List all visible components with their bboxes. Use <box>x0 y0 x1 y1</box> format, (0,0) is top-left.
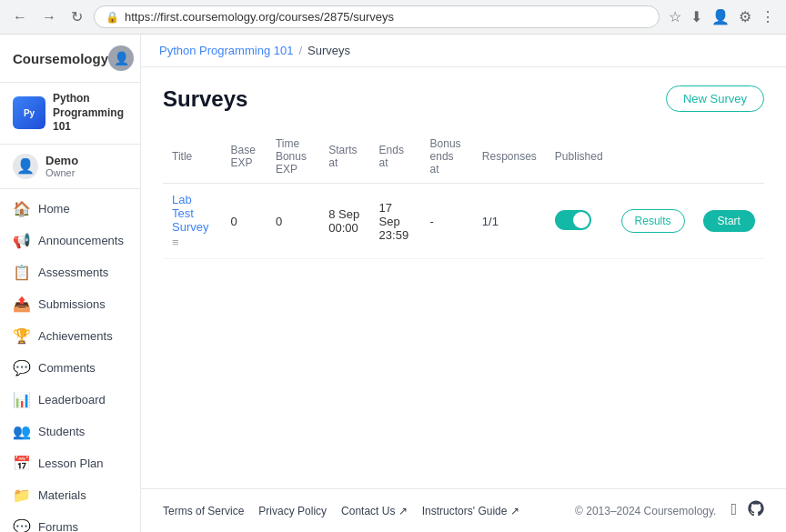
table-body: Lab Test Survey ≡ 0 0 8 Sep 00:00 17 Sep… <box>163 184 764 259</box>
sidebar-item-comments[interactable]: 💬 Comments <box>0 352 140 384</box>
cell-responses: 1/1 <box>473 184 546 259</box>
nav-icon: 📁 <box>13 487 29 504</box>
app-layout: Coursemology 👤 Py Python Programming 101… <box>0 35 786 532</box>
sidebar-item-forums[interactable]: 💬 Forums <box>0 511 140 532</box>
nav-icon: 📤 <box>13 296 29 313</box>
col-time-bonus: Time Bonus EXP <box>267 130 319 184</box>
course-icon-text: Py <box>24 108 35 118</box>
user-icon: 👤 <box>13 154 38 179</box>
privacy-link[interactable]: Privacy Policy <box>258 505 327 517</box>
footer-social:  <box>731 500 764 521</box>
cell-title: Lab Test Survey ≡ <box>163 184 221 259</box>
nav-label: Materials <box>38 488 86 502</box>
menu-btn[interactable]: ⋮ <box>759 6 777 27</box>
nav-label: Home <box>38 202 70 216</box>
cell-bonus-ends: - <box>421 184 473 259</box>
nav-icon: 🏠 <box>13 200 29 217</box>
page-title: Surveys <box>163 86 247 112</box>
footer-links: Terms of Service Privacy Policy Contact … <box>163 505 519 517</box>
table-head: Title Base EXP Time Bonus EXP Starts at … <box>163 130 764 184</box>
sidebar-item-leaderboard[interactable]: 📊 Leaderboard <box>0 384 140 416</box>
col-bonus-ends: Bonus ends at <box>421 130 473 184</box>
surveys-table: Title Base EXP Time Bonus EXP Starts at … <box>163 130 764 259</box>
col-base-exp: Base EXP <box>221 130 266 184</box>
survey-link[interactable]: Lab Test Survey <box>172 193 208 234</box>
sidebar-nav: 🏠 Home 📢 Announcements 📋 Assessments 📤 S… <box>0 189 140 532</box>
github-icon[interactable] <box>748 500 764 521</box>
nav-icon: 📅 <box>13 455 29 472</box>
sidebar-item-students[interactable]: 👥 Students <box>0 416 140 447</box>
course-icon: Py <box>13 96 45 129</box>
nav-icon: 💬 <box>13 518 29 532</box>
sidebar: Coursemology 👤 Py Python Programming 101… <box>0 35 141 532</box>
sidebar-item-submissions[interactable]: 📤 Submissions <box>0 288 140 320</box>
user-avatar-button[interactable]: 👤 <box>108 45 134 71</box>
cell-starts-at: 8 Sep 00:00 <box>319 184 369 259</box>
extensions-btn[interactable]: ⚙ <box>737 6 753 27</box>
forward-button[interactable]: → <box>38 7 60 27</box>
sidebar-item-assessments[interactable]: 📋 Assessments <box>0 256 140 288</box>
browser-actions: ☆ ⬇ 👤 ⚙ ⋮ <box>667 6 777 27</box>
col-published: Published <box>546 130 612 184</box>
course-card[interactable]: Py Python Programming 101 <box>0 83 140 145</box>
downloads-btn[interactable]: ⬇ <box>689 6 704 27</box>
nav-label: Forums <box>38 520 78 532</box>
content-area: Surveys New Survey Title Base EXP Time B… <box>141 67 786 488</box>
bookmark-btn[interactable]: ☆ <box>667 6 683 27</box>
nav-icon: 📢 <box>13 232 29 249</box>
url-text: https://first.coursemology.org/courses/2… <box>125 10 648 24</box>
col-actions-1 <box>612 130 694 184</box>
col-starts-at: Starts at <box>319 130 369 184</box>
nav-icon: 🏆 <box>13 327 29 345</box>
nav-label: Assessments <box>38 266 108 279</box>
nav-label: Comments <box>38 361 96 375</box>
start-button[interactable]: Start <box>703 210 755 232</box>
table-row: Lab Test Survey ≡ 0 0 8 Sep 00:00 17 Sep… <box>163 184 764 259</box>
cell-start: Start <box>694 184 764 259</box>
nav-label: Lesson Plan <box>38 457 104 470</box>
page-header: Surveys New Survey <box>163 85 764 112</box>
sidebar-item-announcements[interactable]: 📢 Announcements <box>0 225 140 256</box>
address-bar[interactable]: 🔒 https://first.coursemology.org/courses… <box>94 5 660 28</box>
list-icon: ≡ <box>172 236 212 249</box>
cell-base-exp: 0 <box>221 184 266 259</box>
user-info: Demo Owner <box>45 154 78 178</box>
contact-link[interactable]: Contact Us ↗ <box>341 505 408 517</box>
main-content: Python Programming 101 / Surveys Surveys… <box>141 35 786 532</box>
col-title: Title <box>163 130 221 184</box>
instructors-guide-link[interactable]: Instructors' Guide ↗ <box>422 505 519 517</box>
lock-icon: 🔒 <box>106 11 119 24</box>
refresh-button[interactable]: ↻ <box>67 6 86 27</box>
table-header-row: Title Base EXP Time Bonus EXP Starts at … <box>163 130 764 184</box>
back-button[interactable]: ← <box>9 7 31 27</box>
sidebar-item-home[interactable]: 🏠 Home <box>0 193 140 225</box>
account-btn[interactable]: 👤 <box>710 6 731 27</box>
col-responses: Responses <box>473 130 546 184</box>
facebook-icon[interactable]:  <box>731 500 737 521</box>
sidebar-item-achievements[interactable]: 🏆 Achievements <box>0 320 140 352</box>
published-toggle[interactable] <box>555 210 591 230</box>
nav-label: Leaderboard <box>38 393 106 407</box>
breadcrumb: Python Programming 101 / Surveys <box>141 35 786 67</box>
user-role: Owner <box>45 167 78 178</box>
page-footer: Terms of Service Privacy Policy Contact … <box>141 488 786 532</box>
sidebar-item-materials[interactable]: 📁 Materials <box>0 479 140 511</box>
breadcrumb-course-link[interactable]: Python Programming 101 <box>159 44 293 57</box>
footer-right: © 2013–2024 Coursemology.  <box>575 500 764 521</box>
brand-name: Coursemology <box>13 51 108 66</box>
breadcrumb-current: Surveys <box>307 44 350 57</box>
toggle-thumb <box>573 212 590 228</box>
user-name: Demo <box>45 154 78 167</box>
cell-ends-at: 17 Sep 23:59 <box>370 184 421 259</box>
terms-link[interactable]: Terms of Service <box>163 505 244 517</box>
new-survey-button[interactable]: New Survey <box>666 85 764 112</box>
col-actions-2 <box>694 130 764 184</box>
col-ends-at: Ends at <box>370 130 421 184</box>
browser-chrome: ← → ↻ 🔒 https://first.coursemology.org/c… <box>0 0 786 35</box>
results-button[interactable]: Results <box>621 209 685 233</box>
nav-label: Students <box>38 425 85 438</box>
user-avatar-icon: 👤 <box>108 45 134 71</box>
sidebar-item-lesson-plan[interactable]: 📅 Lesson Plan <box>0 447 140 479</box>
copyright-text: © 2013–2024 Coursemology. <box>575 505 716 517</box>
nav-label: Announcements <box>38 234 124 247</box>
